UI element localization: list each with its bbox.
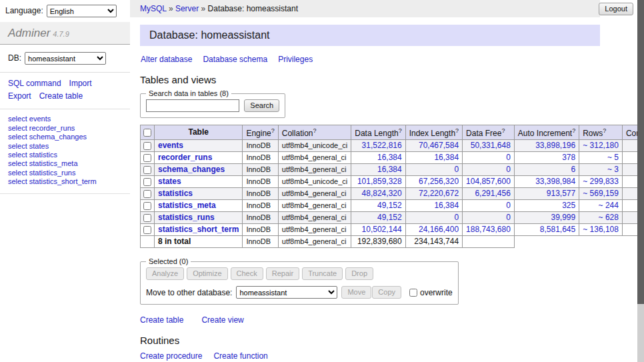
search-button[interactable]: Search [244, 99, 279, 112]
index-length-link[interactable]: 0 [454, 165, 459, 174]
rows-estimate-link[interactable]: ~ 244 [599, 201, 619, 210]
bulk-check-button[interactable]: Check [231, 267, 263, 280]
create-function-link[interactable]: Create function [213, 351, 267, 361]
app-name-link[interactable]: Adminer [8, 27, 50, 39]
table-link-recorder-runs[interactable]: recorder_runs [158, 153, 212, 162]
create-table-link[interactable]: Create table [140, 315, 183, 325]
data-free-link[interactable]: 6,291,456 [475, 189, 510, 198]
row-checkbox[interactable] [143, 226, 151, 234]
data-free-link[interactable]: 188,743,680 [466, 225, 511, 234]
auto-increment-link[interactable]: 33,898,196 [535, 141, 575, 150]
rows-estimate-link[interactable]: ~ 299,833 [583, 177, 619, 186]
scrollbar-thumb[interactable] [637, 0, 644, 304]
bulk-optimize-button[interactable]: Optimize [187, 267, 227, 280]
data-length-link[interactable]: 49,152 [377, 201, 402, 210]
data-length-link[interactable]: 16,384 [377, 165, 402, 174]
bulk-truncate-button[interactable]: Truncate [302, 267, 343, 280]
auto-increment-link[interactable]: 913,577 [547, 189, 575, 198]
index-length-link[interactable]: 70,467,584 [419, 141, 459, 150]
move-copy-button[interactable]: Copy [372, 286, 401, 299]
table-link-states[interactable]: states [158, 177, 181, 186]
breadcrumb-link-server[interactable]: Server [175, 4, 199, 13]
breadcrumb-link-mysql[interactable]: MySQL [140, 4, 167, 13]
data-free-link[interactable]: 0 [506, 201, 511, 210]
search-input[interactable] [146, 99, 239, 112]
data-length-link[interactable]: 10,502,144 [362, 225, 402, 234]
bulk-analyze-button[interactable]: Analyze [146, 267, 184, 280]
create-procedure-link[interactable]: Create procedure [140, 351, 202, 361]
auto-increment-link[interactable]: 39,999 [551, 213, 576, 222]
data-free-link[interactable]: 0 [506, 165, 511, 174]
sidebar-item-select-statistics-short-term[interactable]: select statistics_short_term [8, 177, 122, 185]
db-action-privileges[interactable]: Privileges [278, 55, 313, 64]
sidebar-item-select-events[interactable]: select events [8, 115, 122, 123]
data-free-link[interactable]: 0 [506, 213, 511, 222]
index-length-link[interactable]: 16,384 [434, 201, 459, 210]
index-length-link[interactable]: 67,256,320 [419, 177, 459, 186]
auto-increment-link[interactable]: 325 [562, 201, 575, 210]
bulk-repair-button[interactable]: Repair [266, 267, 299, 280]
index-length-link[interactable]: 24,166,400 [419, 225, 459, 234]
index-length-link[interactable]: 16,384 [434, 153, 459, 162]
create-view-link[interactable]: Create view [201, 315, 243, 325]
data-length-link[interactable]: 31,522,816 [362, 141, 402, 150]
sidebar-item-select-statistics[interactable]: select statistics [8, 151, 122, 159]
sidebar-item-select-statistics-runs[interactable]: select statistics_runs [8, 169, 122, 177]
index-length-link[interactable]: 0 [454, 213, 459, 222]
rows-estimate-link[interactable]: ~ 3 [607, 165, 619, 174]
row-checkbox[interactable] [143, 178, 151, 186]
rows-estimate-link[interactable]: ~ 628 [599, 213, 619, 222]
column-help-icon[interactable]: ? [572, 127, 575, 134]
column-help-icon[interactable]: ? [455, 127, 459, 134]
row-checkbox[interactable] [143, 202, 151, 210]
sidebar-item-select-states[interactable]: select states [8, 142, 122, 150]
row-checkbox[interactable] [143, 142, 151, 150]
db-select[interactable]: homeassistant [25, 52, 106, 65]
overwrite-checkbox[interactable] [409, 289, 417, 297]
auto-increment-link[interactable]: 378 [562, 153, 575, 162]
sidebar-item-select-statistics-meta[interactable]: select statistics_meta [8, 159, 122, 167]
select-all-checkbox[interactable] [143, 129, 151, 137]
table-link-statistics-meta[interactable]: statistics_meta [158, 201, 216, 210]
row-checkbox[interactable] [143, 154, 151, 162]
language-select[interactable]: English [47, 5, 117, 17]
data-free-link[interactable]: 104,857,600 [466, 177, 511, 186]
rows-estimate-link[interactable]: ~ 136,108 [583, 225, 619, 234]
db-action-database-schema[interactable]: Database schema [203, 55, 267, 64]
sidebar-action-import[interactable]: Import [69, 79, 92, 88]
data-free-link[interactable]: 50,331,648 [471, 141, 511, 150]
column-help-icon[interactable]: ? [603, 127, 606, 134]
row-checkbox[interactable] [143, 190, 151, 198]
rows-estimate-link[interactable]: ~ 312,180 [583, 141, 619, 150]
sidebar-item-select-schema-changes[interactable]: select schema_changes [8, 133, 122, 141]
rows-estimate-link[interactable]: ~ 5 [607, 153, 619, 162]
table-link-statistics-short-term[interactable]: statistics_short_term [158, 225, 239, 234]
sidebar-item-select-recorder-runs[interactable]: select recorder_runs [8, 124, 122, 132]
row-checkbox[interactable] [143, 214, 151, 222]
auto-increment-link[interactable]: 33,398,984 [535, 177, 575, 186]
sidebar-action-export[interactable]: Export [8, 91, 31, 101]
row-checkbox[interactable] [143, 166, 151, 174]
auto-increment-link[interactable]: 8,581,645 [540, 225, 575, 234]
move-db-select[interactable]: homeassistant [236, 286, 337, 299]
table-link-statistics-runs[interactable]: statistics_runs [158, 213, 215, 222]
column-help-icon[interactable]: ? [501, 127, 505, 134]
table-link-events[interactable]: events [158, 141, 183, 150]
column-help-icon[interactable]: ? [313, 127, 316, 134]
auto-increment-link[interactable]: 6 [571, 165, 576, 174]
column-help-icon[interactable]: ? [271, 127, 275, 134]
data-length-link[interactable]: 16,384 [377, 153, 402, 162]
data-length-link[interactable]: 48,824,320 [362, 189, 402, 198]
db-action-alter-database[interactable]: Alter database [141, 55, 192, 64]
data-free-link[interactable]: 0 [506, 153, 511, 162]
scrollbar[interactable] [637, 0, 644, 362]
sidebar-action-create-table[interactable]: Create table [39, 91, 83, 101]
table-link-schema-changes[interactable]: schema_changes [158, 165, 225, 174]
logout-button[interactable]: Logout [599, 3, 633, 15]
bulk-drop-button[interactable]: Drop [345, 267, 373, 280]
table-link-statistics[interactable]: statistics [158, 189, 193, 198]
sidebar-action-sql-command[interactable]: SQL command [8, 79, 61, 88]
move-move-button[interactable]: Move [341, 286, 371, 299]
data-length-link[interactable]: 49,152 [377, 213, 402, 222]
column-help-icon[interactable]: ? [399, 127, 402, 134]
